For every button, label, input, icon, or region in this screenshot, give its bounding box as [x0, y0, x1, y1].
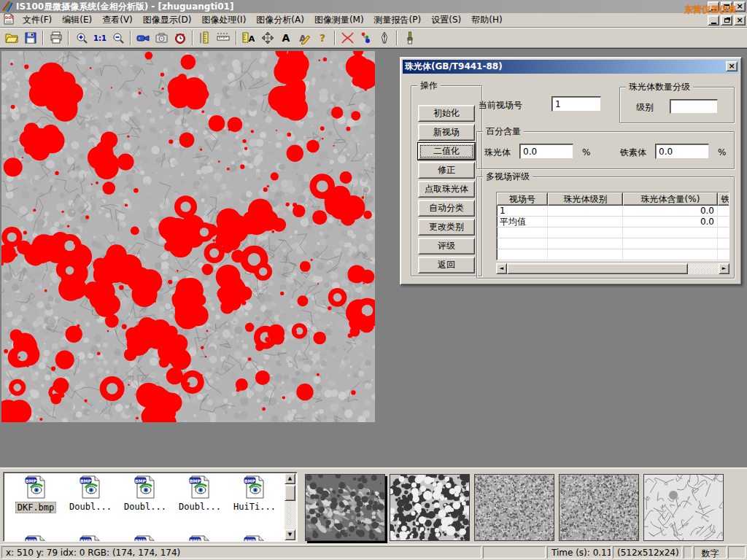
help-button[interactable]: ?	[313, 29, 331, 47]
file-item-row2[interactable]: BMP	[64, 535, 117, 542]
pick-pearlite-button[interactable]: 点取珠光体	[418, 181, 475, 198]
rating-col-1[interactable]: 视场号	[497, 192, 548, 206]
dialog-close-button[interactable]: ×	[726, 61, 738, 71]
print-button[interactable]	[47, 29, 65, 47]
ruler-h-button[interactable]	[214, 29, 233, 47]
file-item-DKF.bmp[interactable]: BMPDKF.bmp	[9, 475, 62, 513]
file-vscrollbar[interactable]: ▲ ▼	[285, 473, 296, 540]
grade-label: 级别	[636, 101, 654, 114]
file-item-Doubl...[interactable]: BMPDoubl...	[64, 475, 117, 512]
current-field-label: 当前视场号	[479, 99, 522, 112]
menu-item-2[interactable]: 编辑(E)	[57, 13, 97, 26]
timer-button[interactable]	[171, 29, 189, 47]
capture-camera-button[interactable]	[152, 29, 171, 47]
maximize-button[interactable]	[721, 1, 732, 12]
scroll-left-icon[interactable]: ◄	[496, 263, 507, 274]
menu-item-7[interactable]: 图像测量(M)	[309, 13, 369, 26]
rating-table-hscrollbar[interactable]: ◄ ►	[496, 263, 729, 274]
toolbar-separator	[192, 31, 193, 45]
menu-item-1[interactable]: 文件(F)	[18, 13, 57, 26]
scroll-up-icon[interactable]: ▲	[285, 473, 295, 484]
thumbnail-1[interactable]	[305, 474, 385, 541]
thumbnail-2[interactable]	[390, 474, 470, 541]
file-item-row2[interactable]: BMP	[174, 535, 226, 542]
ferrite-percent-input[interactable]	[655, 144, 709, 159]
actual-size-button[interactable]: 1:1	[90, 29, 109, 47]
menu-item-9[interactable]: 设置(S)	[426, 13, 466, 26]
brush-tool-button[interactable]	[400, 29, 419, 47]
file-item-HuiTi...[interactable]: BMPHuiTi...	[228, 475, 281, 512]
caliper-v-button[interactable]	[196, 29, 214, 47]
measure-label-button[interactable]: A	[240, 29, 258, 47]
edit-annotate-button[interactable]: A	[295, 29, 313, 47]
correct-button[interactable]: 修正	[418, 162, 475, 179]
mdi-close-button[interactable]: ×	[734, 15, 746, 26]
thumbnail-5[interactable]	[643, 474, 724, 541]
status-mode: 数字	[694, 546, 727, 559]
curve-tool-button[interactable]	[338, 29, 357, 47]
mdi-minimize-button[interactable]	[708, 15, 719, 26]
menu-item-10[interactable]: 帮助(H)	[466, 13, 507, 26]
toolbar-separator	[42, 31, 44, 45]
zoom-out-button[interactable]	[109, 29, 127, 47]
menu-item-4[interactable]: 图像显示(D)	[138, 13, 197, 26]
pan-move-button[interactable]	[258, 29, 276, 47]
actual-size-icon: 1:1	[93, 31, 107, 44]
save-button[interactable]	[21, 29, 39, 47]
vscroll-thumb[interactable]	[285, 485, 295, 501]
rating-table[interactable]: 视场号珠光体级别珠光体含量(%)铁素体含量(%) 10.0平均值0.0	[496, 192, 729, 261]
video-camera-button[interactable]	[134, 29, 152, 47]
zoom-in-button[interactable]	[72, 29, 90, 47]
micrograph-image[interactable]	[1, 51, 375, 422]
file-item-Doubl...[interactable]: BMPDoubl...	[174, 475, 226, 512]
toolbar-separator	[334, 31, 336, 45]
scroll-down-icon[interactable]: ▼	[285, 529, 295, 540]
binarize-button[interactable]: 二值化	[418, 143, 475, 160]
initialize-button[interactable]: 初始化	[418, 105, 475, 122]
current-field-input[interactable]	[551, 96, 601, 112]
grade-input[interactable]	[670, 99, 718, 114]
status-empty-2	[684, 546, 692, 559]
text-annotate-button[interactable]: A	[276, 29, 295, 47]
rating-row-4[interactable]	[497, 238, 729, 249]
menu-item-8[interactable]: 测量报告(P)	[369, 13, 427, 26]
close-button[interactable]: ×	[734, 1, 746, 12]
change-class-button[interactable]: 更改类别	[418, 219, 475, 236]
pearlite-percent-input[interactable]	[519, 144, 573, 159]
menu-item-3[interactable]: 查看(V)	[97, 13, 138, 26]
thumbnail-4[interactable]	[559, 474, 639, 541]
pen-tool-button[interactable]	[375, 29, 393, 47]
minimize-button[interactable]	[708, 1, 719, 12]
ruler-h-icon	[217, 31, 231, 44]
rating-row-3[interactable]	[497, 228, 729, 238]
new-field-button[interactable]: 新视场	[418, 124, 475, 141]
open-folder-button[interactable]	[3, 29, 21, 47]
file-item-Doubl...[interactable]: BMPDoubl...	[119, 475, 171, 512]
return-button[interactable]: 返回	[418, 257, 475, 273]
rating-col-3[interactable]: 珠光体含量(%)	[623, 192, 718, 206]
scroll-right-icon[interactable]: ►	[719, 263, 729, 274]
svg-text:BMP: BMP	[135, 538, 147, 542]
grade-button[interactable]: 评级	[418, 238, 475, 254]
auto-classify-button[interactable]: 自动分类	[418, 200, 475, 217]
menu-item-6[interactable]: 图像分析(A)	[251, 13, 309, 26]
file-item-row2[interactable]: BMP	[228, 535, 281, 542]
color-marker-button[interactable]	[357, 29, 375, 47]
rating-row-2[interactable]: 平均值0.0	[497, 217, 729, 228]
rating-row-1[interactable]: 10.0	[497, 206, 729, 217]
thumbnail-3[interactable]	[474, 474, 554, 541]
file-item-row2[interactable]: BMP	[119, 535, 171, 542]
menu-item-5[interactable]: 图像处理(I)	[196, 13, 251, 26]
file-item-row2[interactable]: BMP	[9, 535, 62, 542]
hscroll-thumb[interactable]	[507, 263, 688, 274]
rating-col-4[interactable]: 铁素体含量(%)	[718, 192, 729, 206]
dialog-title-bar[interactable]: 珠光体(GB/T9441-88)	[403, 60, 739, 74]
zoom-in-icon	[75, 31, 88, 44]
rating-cell	[623, 228, 718, 238]
rating-row-5[interactable]	[497, 249, 729, 260]
pen-tool-icon	[378, 31, 391, 44]
mdi-restore-button[interactable]	[721, 15, 732, 26]
rating-col-2[interactable]: 珠光体级别	[548, 192, 623, 206]
measure-label-icon: A	[242, 31, 256, 44]
bmp-file-icon: BMP	[119, 475, 171, 501]
